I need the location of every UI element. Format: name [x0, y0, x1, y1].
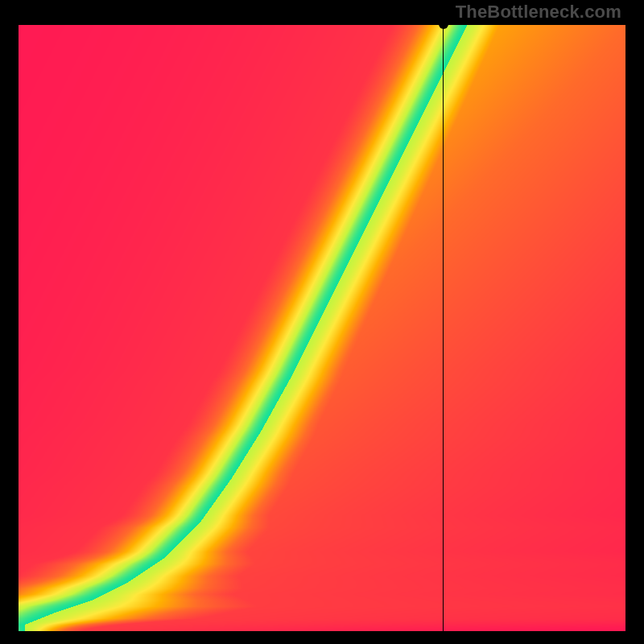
- chart-frame: TheBottleneck.com: [0, 0, 644, 644]
- selection-marker[interactable]: [439, 19, 448, 29]
- heatmap-canvas: [19, 24, 625, 631]
- brand-watermark: TheBottleneck.com: [456, 2, 621, 23]
- plot-area: [19, 24, 625, 631]
- crosshair-vertical: [443, 24, 444, 631]
- crosshair-horizontal: [19, 24, 625, 25]
